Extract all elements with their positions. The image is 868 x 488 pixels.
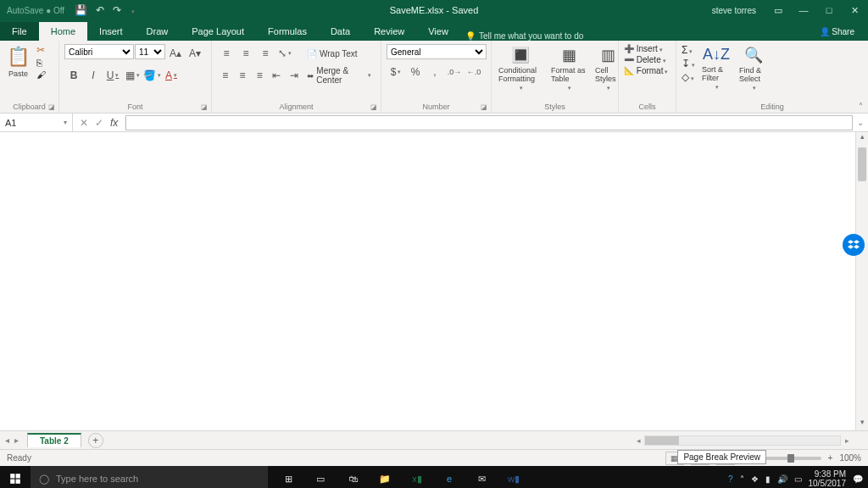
wrap-text-button[interactable]: 📄Wrap Text [303,44,362,63]
dropbox-tray-icon[interactable]: ❖ [751,474,759,484]
minimize-button[interactable]: — [795,5,812,15]
align-bottom-icon[interactable]: ≡ [256,44,275,63]
conditional-formatting-button[interactable]: 🔳Conditional Formatting [497,44,544,93]
increase-font-icon[interactable]: A▴ [166,44,185,63]
tab-insert[interactable]: Insert [87,22,135,41]
italic-button[interactable]: I [84,66,103,85]
qat-more-icon[interactable] [130,4,135,16]
scroll-right-icon[interactable]: ▸ [841,436,853,445]
action-center-icon[interactable]: 💬 [853,474,863,484]
paste-button[interactable]: 📋 Paste [5,44,31,80]
clear-button[interactable]: ◇ [682,71,695,83]
tab-draw[interactable]: Draw [135,22,181,41]
edge-icon[interactable]: e [434,466,465,488]
formula-input[interactable] [125,115,853,130]
cut-icon[interactable]: ✂ [36,44,46,56]
tab-view[interactable]: View [416,22,460,41]
mail-icon[interactable]: ✉ [466,466,497,488]
start-button[interactable] [0,473,31,485]
align-center-icon[interactable]: ≡ [234,66,250,85]
scroll-down-icon[interactable]: ▾ [856,418,868,430]
merge-center-button[interactable]: ⬌ Merge & Center [303,66,376,85]
tray-chevron-icon[interactable]: ˄ [740,474,744,484]
name-box[interactable]: A1▾ [0,114,73,131]
font-color-button[interactable]: A [162,66,181,85]
increase-indent-icon[interactable]: ⇥ [286,66,302,85]
borders-button[interactable]: ▦ [123,66,142,85]
enter-formula-icon[interactable]: ✓ [95,117,103,129]
taskbar-clock[interactable]: 9:38 PM10/5/2017 [809,469,847,488]
bold-button[interactable]: B [64,66,83,85]
share-button[interactable]: 👤 Share [816,23,858,41]
comma-format-icon[interactable]: , [426,63,444,81]
expand-formula-bar-icon[interactable]: ⌄ [853,118,868,127]
font-name-select[interactable]: Calibri [64,44,134,59]
autosum-button[interactable]: Σ [682,44,695,56]
zoom-level[interactable]: 100% [839,453,861,463]
network-icon[interactable]: ▮ [765,474,771,484]
align-left-icon[interactable]: ≡ [217,66,233,85]
decrease-decimal-icon[interactable]: ←.0 [465,63,483,81]
user-name[interactable]: steve torres [712,6,756,15]
collapse-ribbon-icon[interactable]: ˄ [859,102,863,111]
fx-icon[interactable]: fx [110,117,118,129]
autosave-toggle[interactable]: AutoSave ● Off [7,6,64,15]
cell-styles-button[interactable]: ▥Cell Styles [593,44,622,93]
sheet-nav-prev-icon[interactable]: ◂ [5,435,9,445]
save-icon[interactable]: 💾 [75,4,87,16]
tab-home[interactable]: Home [39,22,87,41]
cancel-formula-icon[interactable]: ✕ [80,117,88,129]
word-icon[interactable]: w▮ [498,466,529,488]
number-dialog-icon[interactable]: ◪ [481,103,487,111]
hscroll-thumb[interactable] [645,436,679,445]
insert-cells-button[interactable]: ➕ Insert [624,44,663,53]
store-icon[interactable]: 🛍 [337,466,368,488]
sort-filter-button[interactable]: A↓ZSort & Filter [700,44,732,92]
file-explorer-icon[interactable]: 📁 [370,466,400,488]
increase-decimal-icon[interactable]: .0→ [445,63,464,81]
excel-icon[interactable]: x▮ [402,466,432,488]
vertical-scrollbar[interactable]: ▴ ▾ [855,132,868,430]
dropbox-badge-icon[interactable] [843,234,865,256]
maximize-button[interactable]: □ [821,5,837,15]
tab-file[interactable]: File [0,22,39,41]
orientation-icon[interactable]: ⤡ [275,44,294,63]
decrease-font-icon[interactable]: A▾ [186,44,204,63]
format-painter-icon[interactable]: 🖌 [36,69,46,80]
sheet-tab-table2[interactable]: Table 2 [27,433,81,447]
accounting-format-icon[interactable]: $ [387,63,405,81]
tab-page-layout[interactable]: Page Layout [180,22,256,41]
task-view-icon[interactable]: ⊞ [273,466,303,488]
help-icon[interactable]: ? [728,474,733,484]
tab-formulas[interactable]: Formulas [256,22,319,41]
taskbar-app[interactable]: ▭ [305,466,336,488]
taskbar-search[interactable]: ◯ Type here to search [31,466,268,488]
copy-icon[interactable]: ⎘ [36,58,46,68]
font-dialog-icon[interactable]: ◪ [201,103,208,111]
ribbon-options-icon[interactable]: ▭ [770,5,787,16]
align-top-icon[interactable]: ≡ [217,44,236,63]
clipboard-dialog-icon[interactable]: ◪ [48,103,55,111]
decrease-indent-icon[interactable]: ⇤ [269,66,285,85]
underline-button[interactable]: U [103,66,122,85]
redo-icon[interactable]: ↷ [113,4,121,16]
horizontal-scrollbar[interactable]: ◂ ▸ [632,435,853,446]
fill-color-button[interactable]: 🪣 [142,66,161,85]
format-cells-button[interactable]: 📐 Format [624,66,668,75]
zoom-in-button[interactable]: + [828,453,833,463]
tab-review[interactable]: Review [362,22,416,41]
delete-cells-button[interactable]: ➖ Delete [624,55,666,64]
sheet-nav-next-icon[interactable]: ▸ [14,435,19,445]
scroll-left-icon[interactable]: ◂ [632,436,644,445]
scroll-up-icon[interactable]: ▴ [856,132,868,145]
battery-icon[interactable]: ▭ [794,474,802,484]
scroll-thumb[interactable] [858,147,866,181]
close-button[interactable]: ✕ [846,5,863,16]
font-size-select[interactable]: 11 [135,44,165,59]
find-select-button[interactable]: 🔍Find & Select [737,44,770,93]
tab-data[interactable]: Data [319,22,362,41]
percent-format-icon[interactable]: % [406,63,425,81]
tell-me-search[interactable]: 💡 Tell me what you want to do [465,31,583,41]
alignment-dialog-icon[interactable]: ◪ [370,103,377,111]
fill-button[interactable]: ↧ [682,58,695,69]
